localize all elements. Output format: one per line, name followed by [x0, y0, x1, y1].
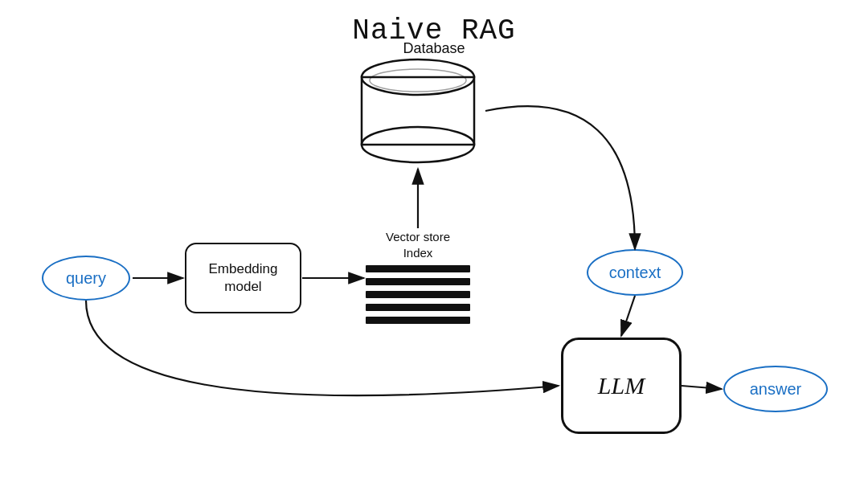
llm-node: LLM: [561, 338, 682, 434]
vector-line-3: [366, 291, 470, 298]
vector-line-5: [366, 317, 470, 324]
vector-store-node: Vector storeIndex: [366, 229, 470, 324]
vector-lines: [366, 265, 470, 324]
svg-point-3: [370, 69, 466, 92]
svg-line-9: [682, 386, 722, 389]
query-node: query: [42, 256, 130, 301]
diagram-container: Naive RAG Database query Embeddingmodel …: [0, 0, 868, 487]
svg-line-8: [621, 296, 635, 336]
database-shape: [350, 55, 485, 167]
vector-line-2: [366, 278, 470, 285]
context-node: context: [587, 249, 683, 296]
answer-node: answer: [723, 366, 828, 412]
vector-line-1: [366, 265, 470, 272]
embedding-model-node: Embeddingmodel: [185, 243, 301, 313]
vector-store-label: Vector storeIndex: [366, 229, 470, 260]
database-label: Database: [0, 40, 868, 57]
vector-line-4: [366, 304, 470, 311]
